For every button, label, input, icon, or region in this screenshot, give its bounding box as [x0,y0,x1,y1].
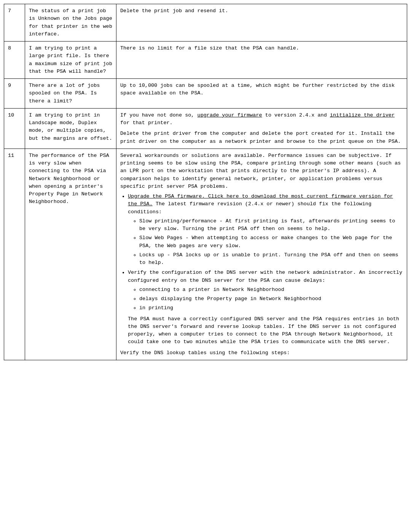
row-10-problem: I am trying to print in Landscape mode, … [25,108,116,149]
row-11-problem: The performance of the PSA is very slow … [25,149,116,360]
row-7-solution: Delete the print job and resend it. [116,4,407,42]
row-11-bullet2-sublist: connecting to a printer in Network Neigh… [139,286,403,312]
upgrade-firmware-link[interactable]: upgrade your firmware [198,112,262,118]
row-11-para1: Several workarounds or solutions are ava… [120,152,403,190]
table-row-8: 8 I am trying to print a large print fil… [4,42,407,79]
row-11-sub2-item1: connecting to a printer in Network Neigh… [139,286,403,294]
row-11-bullet1-sublist: Slow printing/performance - At first pri… [139,217,403,267]
row-9-number: 9 [4,79,25,109]
row-10-para1-mid: to version 2.4.x and [262,112,330,118]
row-10-solution-para1: If you have not done so, upgrade your fi… [120,112,403,127]
table-row-10: 10 I am trying to print in Landscape mod… [4,108,407,149]
row-8-solution: There is no limit for a file size that t… [116,42,407,79]
initialize-driver-link[interactable]: initialize the driver [330,112,395,118]
row-9-solution: Up to 10,000 jobs can be spooled at a ti… [116,79,407,109]
row-11-number: 11 [4,149,25,360]
row-11-bullet-list: Upgrade the PSA firmware. Click here to … [128,193,403,346]
row-8-number: 8 [4,42,25,79]
row-11-sub2-item2: delays displaying the Property page in N… [139,295,403,303]
row-11-bullet2-post: The PSA must have a correctly configured… [128,315,403,346]
row-7-number: 7 [4,4,25,42]
row-11-bullet1-cont: The latest firmware revision (2.4.x or n… [128,201,371,214]
table-row-11: 11 The performance of the PSA is very sl… [4,149,407,360]
row-11-last-para: Verify the DNS lookup tables using the f… [120,349,403,357]
row-10-para1-post: for that printer. [120,120,173,126]
row-11-sub1-item1: Slow printing/performance - At first pri… [139,217,403,233]
row-11-sub2-item3: in printing [139,304,403,312]
row-8-problem: I am trying to print a large print file.… [25,42,116,79]
row-9-problem: There are a lot of jobs spooled on the P… [25,79,116,109]
row-11-sub1-item2: Slow Web Pages - When attempting to acce… [139,234,403,250]
row-10-solution-para2: Delete the print driver from the compute… [120,130,403,145]
row-11-sub1-item3: Locks up - PSA locks up or is unable to … [139,251,403,267]
row-11-bullet2-pre: Verify the configuration of the DNS serv… [128,270,402,283]
row-10-solution: If you have not done so, upgrade your fi… [116,108,407,149]
row-11-bullet1: Upgrade the PSA firmware. Click here to … [128,193,403,267]
row-11-solution: Several workarounds or solutions are ava… [116,149,407,360]
row-10-para1-pre: If you have not done so, [120,112,198,118]
row-11-bullet2: Verify the configuration of the DNS serv… [128,269,403,346]
table-row-7: 7 The status of a print job is Unknown o… [4,4,407,42]
row-10-number: 10 [4,108,25,149]
row-7-problem: The status of a print job is Unknown on … [25,4,116,42]
table-row-9: 9 There are a lot of jobs spooled on the… [4,79,407,109]
